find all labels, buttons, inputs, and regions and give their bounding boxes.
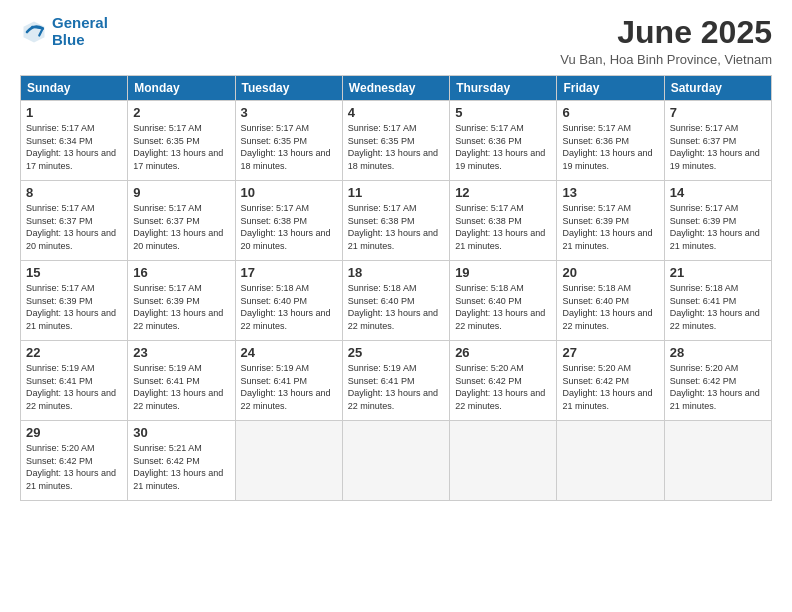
table-row: 9 Sunrise: 5:17 AM Sunset: 6:37 PM Dayli… <box>128 181 235 261</box>
day-number: 26 <box>455 345 551 360</box>
table-row: 7 Sunrise: 5:17 AM Sunset: 6:37 PM Dayli… <box>664 101 771 181</box>
day-number: 14 <box>670 185 766 200</box>
day-info: Sunrise: 5:19 AM Sunset: 6:41 PM Dayligh… <box>241 362 337 412</box>
day-info: Sunrise: 5:19 AM Sunset: 6:41 PM Dayligh… <box>26 362 122 412</box>
header-row: Sunday Monday Tuesday Wednesday Thursday… <box>21 76 772 101</box>
day-number: 21 <box>670 265 766 280</box>
table-row <box>342 421 449 501</box>
header: General Blue June 2025 Vu Ban, Hoa Binh … <box>20 15 772 67</box>
table-row: 3 Sunrise: 5:17 AM Sunset: 6:35 PM Dayli… <box>235 101 342 181</box>
table-row: 21 Sunrise: 5:18 AM Sunset: 6:41 PM Dayl… <box>664 261 771 341</box>
day-number: 29 <box>26 425 122 440</box>
day-info: Sunrise: 5:17 AM Sunset: 6:37 PM Dayligh… <box>26 202 122 252</box>
table-row: 6 Sunrise: 5:17 AM Sunset: 6:36 PM Dayli… <box>557 101 664 181</box>
day-info: Sunrise: 5:17 AM Sunset: 6:39 PM Dayligh… <box>562 202 658 252</box>
table-row: 19 Sunrise: 5:18 AM Sunset: 6:40 PM Dayl… <box>450 261 557 341</box>
day-number: 17 <box>241 265 337 280</box>
day-info: Sunrise: 5:17 AM Sunset: 6:37 PM Dayligh… <box>670 122 766 172</box>
logo-icon <box>20 18 48 46</box>
table-row: 25 Sunrise: 5:19 AM Sunset: 6:41 PM Dayl… <box>342 341 449 421</box>
header-thursday: Thursday <box>450 76 557 101</box>
table-row: 29 Sunrise: 5:20 AM Sunset: 6:42 PM Dayl… <box>21 421 128 501</box>
day-info: Sunrise: 5:17 AM Sunset: 6:36 PM Dayligh… <box>455 122 551 172</box>
calendar-week-2: 8 Sunrise: 5:17 AM Sunset: 6:37 PM Dayli… <box>21 181 772 261</box>
day-info: Sunrise: 5:20 AM Sunset: 6:42 PM Dayligh… <box>455 362 551 412</box>
day-number: 28 <box>670 345 766 360</box>
day-info: Sunrise: 5:18 AM Sunset: 6:40 PM Dayligh… <box>348 282 444 332</box>
calendar-week-3: 15 Sunrise: 5:17 AM Sunset: 6:39 PM Dayl… <box>21 261 772 341</box>
day-info: Sunrise: 5:20 AM Sunset: 6:42 PM Dayligh… <box>670 362 766 412</box>
day-info: Sunrise: 5:17 AM Sunset: 6:36 PM Dayligh… <box>562 122 658 172</box>
day-info: Sunrise: 5:17 AM Sunset: 6:39 PM Dayligh… <box>670 202 766 252</box>
day-number: 24 <box>241 345 337 360</box>
day-info: Sunrise: 5:17 AM Sunset: 6:35 PM Dayligh… <box>133 122 229 172</box>
day-info: Sunrise: 5:19 AM Sunset: 6:41 PM Dayligh… <box>133 362 229 412</box>
table-row: 10 Sunrise: 5:17 AM Sunset: 6:38 PM Dayl… <box>235 181 342 261</box>
table-row: 28 Sunrise: 5:20 AM Sunset: 6:42 PM Dayl… <box>664 341 771 421</box>
day-info: Sunrise: 5:17 AM Sunset: 6:38 PM Dayligh… <box>348 202 444 252</box>
table-row <box>664 421 771 501</box>
day-info: Sunrise: 5:17 AM Sunset: 6:34 PM Dayligh… <box>26 122 122 172</box>
day-number: 4 <box>348 105 444 120</box>
day-info: Sunrise: 5:17 AM Sunset: 6:35 PM Dayligh… <box>348 122 444 172</box>
day-number: 3 <box>241 105 337 120</box>
day-number: 8 <box>26 185 122 200</box>
day-info: Sunrise: 5:17 AM Sunset: 6:38 PM Dayligh… <box>455 202 551 252</box>
calendar-week-1: 1 Sunrise: 5:17 AM Sunset: 6:34 PM Dayli… <box>21 101 772 181</box>
day-info: Sunrise: 5:19 AM Sunset: 6:41 PM Dayligh… <box>348 362 444 412</box>
table-row: 22 Sunrise: 5:19 AM Sunset: 6:41 PM Dayl… <box>21 341 128 421</box>
day-number: 10 <box>241 185 337 200</box>
table-row: 11 Sunrise: 5:17 AM Sunset: 6:38 PM Dayl… <box>342 181 449 261</box>
calendar-table: Sunday Monday Tuesday Wednesday Thursday… <box>20 75 772 501</box>
day-number: 27 <box>562 345 658 360</box>
table-row: 15 Sunrise: 5:17 AM Sunset: 6:39 PM Dayl… <box>21 261 128 341</box>
day-number: 13 <box>562 185 658 200</box>
day-number: 22 <box>26 345 122 360</box>
table-row: 18 Sunrise: 5:18 AM Sunset: 6:40 PM Dayl… <box>342 261 449 341</box>
header-wednesday: Wednesday <box>342 76 449 101</box>
day-info: Sunrise: 5:17 AM Sunset: 6:35 PM Dayligh… <box>241 122 337 172</box>
day-info: Sunrise: 5:18 AM Sunset: 6:40 PM Dayligh… <box>562 282 658 332</box>
table-row: 20 Sunrise: 5:18 AM Sunset: 6:40 PM Dayl… <box>557 261 664 341</box>
table-row: 8 Sunrise: 5:17 AM Sunset: 6:37 PM Dayli… <box>21 181 128 261</box>
day-info: Sunrise: 5:18 AM Sunset: 6:40 PM Dayligh… <box>455 282 551 332</box>
table-row: 16 Sunrise: 5:17 AM Sunset: 6:39 PM Dayl… <box>128 261 235 341</box>
calendar-subtitle: Vu Ban, Hoa Binh Province, Vietnam <box>560 52 772 67</box>
day-info: Sunrise: 5:17 AM Sunset: 6:39 PM Dayligh… <box>26 282 122 332</box>
table-row <box>557 421 664 501</box>
header-saturday: Saturday <box>664 76 771 101</box>
calendar-week-4: 22 Sunrise: 5:19 AM Sunset: 6:41 PM Dayl… <box>21 341 772 421</box>
day-number: 20 <box>562 265 658 280</box>
table-row: 27 Sunrise: 5:20 AM Sunset: 6:42 PM Dayl… <box>557 341 664 421</box>
day-number: 6 <box>562 105 658 120</box>
header-monday: Monday <box>128 76 235 101</box>
day-number: 25 <box>348 345 444 360</box>
day-info: Sunrise: 5:21 AM Sunset: 6:42 PM Dayligh… <box>133 442 229 492</box>
table-row: 17 Sunrise: 5:18 AM Sunset: 6:40 PM Dayl… <box>235 261 342 341</box>
table-row: 14 Sunrise: 5:17 AM Sunset: 6:39 PM Dayl… <box>664 181 771 261</box>
logo-text: General Blue <box>52 15 108 48</box>
header-friday: Friday <box>557 76 664 101</box>
title-block: June 2025 Vu Ban, Hoa Binh Province, Vie… <box>560 15 772 67</box>
day-number: 1 <box>26 105 122 120</box>
table-row: 13 Sunrise: 5:17 AM Sunset: 6:39 PM Dayl… <box>557 181 664 261</box>
day-number: 23 <box>133 345 229 360</box>
day-number: 19 <box>455 265 551 280</box>
day-number: 16 <box>133 265 229 280</box>
day-number: 7 <box>670 105 766 120</box>
calendar-title: June 2025 <box>560 15 772 50</box>
logo: General Blue <box>20 15 108 48</box>
header-sunday: Sunday <box>21 76 128 101</box>
day-info: Sunrise: 5:17 AM Sunset: 6:38 PM Dayligh… <box>241 202 337 252</box>
day-info: Sunrise: 5:20 AM Sunset: 6:42 PM Dayligh… <box>562 362 658 412</box>
header-tuesday: Tuesday <box>235 76 342 101</box>
table-row: 5 Sunrise: 5:17 AM Sunset: 6:36 PM Dayli… <box>450 101 557 181</box>
page: General Blue June 2025 Vu Ban, Hoa Binh … <box>0 0 792 612</box>
day-number: 11 <box>348 185 444 200</box>
day-number: 9 <box>133 185 229 200</box>
day-number: 2 <box>133 105 229 120</box>
table-row: 23 Sunrise: 5:19 AM Sunset: 6:41 PM Dayl… <box>128 341 235 421</box>
table-row: 30 Sunrise: 5:21 AM Sunset: 6:42 PM Dayl… <box>128 421 235 501</box>
day-number: 18 <box>348 265 444 280</box>
table-row: 4 Sunrise: 5:17 AM Sunset: 6:35 PM Dayli… <box>342 101 449 181</box>
